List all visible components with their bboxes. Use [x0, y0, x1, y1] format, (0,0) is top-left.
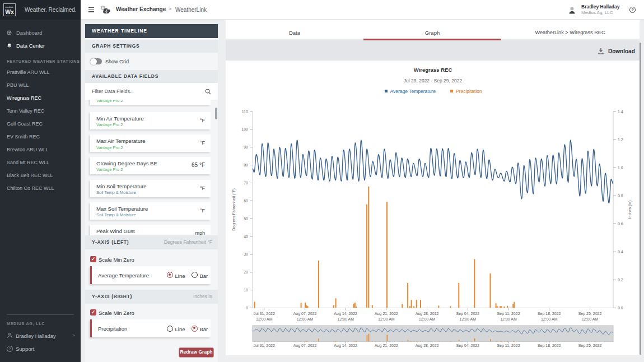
svg-text:Aug 07, 2022: Aug 07, 2022 — [293, 312, 317, 316]
svg-text:0.4: 0.4 — [618, 250, 623, 254]
svg-text:1.2: 1.2 — [618, 138, 623, 142]
svg-text:0.2: 0.2 — [618, 278, 623, 282]
svg-text:Sep 11, 2022: Sep 11, 2022 — [497, 312, 520, 316]
svg-text:Sep 18, 2022: Sep 18, 2022 — [538, 312, 561, 316]
svg-text:60: 60 — [244, 199, 248, 203]
svg-text:Aug 07, 2022: Aug 07, 2022 — [293, 344, 317, 348]
svg-text:0.6: 0.6 — [618, 222, 623, 226]
svg-text:12:00 AM: 12:00 AM — [419, 317, 436, 321]
svg-text:Inches (in): Inches (in) — [628, 201, 632, 219]
svg-text:Aug 14, 2022: Aug 14, 2022 — [334, 344, 357, 348]
svg-text:Sep 25, 2022: Sep 25, 2022 — [578, 344, 602, 348]
svg-text:12:00 AM: 12:00 AM — [337, 317, 354, 321]
svg-text:1.4: 1.4 — [618, 110, 623, 114]
svg-text:Sep 25, 2022: Sep 25, 2022 — [578, 312, 602, 316]
svg-text:Aug 21, 2022: Aug 21, 2022 — [375, 344, 398, 348]
svg-text:Sep 04, 2022: Sep 04, 2022 — [456, 344, 479, 348]
svg-text:0.0: 0.0 — [618, 306, 623, 310]
svg-text:Aug 28, 2022: Aug 28, 2022 — [416, 312, 439, 316]
svg-text:0: 0 — [246, 306, 248, 310]
svg-text:Aug 21, 2022: Aug 21, 2022 — [375, 312, 398, 316]
svg-text:12:00 AM: 12:00 AM — [582, 317, 599, 321]
svg-text:Wiregrass REC: Wiregrass REC — [414, 67, 452, 73]
svg-text:12:00 AM: 12:00 AM — [378, 317, 395, 321]
svg-text:Jul 29, 2022 - Sep 29, 2022: Jul 29, 2022 - Sep 29, 2022 — [404, 78, 463, 83]
svg-text:70: 70 — [244, 181, 248, 185]
svg-text:Degrees Fahrenheit (°F): Degrees Fahrenheit (°F) — [232, 188, 236, 231]
svg-text:12:00 AM: 12:00 AM — [500, 317, 517, 321]
svg-text:30: 30 — [244, 252, 248, 256]
svg-text:Sep 04, 2022: Sep 04, 2022 — [456, 312, 479, 316]
svg-text:Aug 28, 2022: Aug 28, 2022 — [416, 344, 439, 348]
svg-text:80: 80 — [244, 163, 248, 167]
svg-text:Aug 14, 2022: Aug 14, 2022 — [334, 312, 357, 316]
svg-text:Average Temperature: Average Temperature — [390, 89, 436, 94]
svg-text:Jul 31, 2022: Jul 31, 2022 — [254, 312, 275, 315]
svg-text:12:00 AM: 12:00 AM — [297, 317, 314, 321]
svg-text:Precipitation: Precipitation — [456, 89, 482, 94]
svg-text:110: 110 — [242, 110, 248, 114]
svg-text:Sep 18, 2022: Sep 18, 2022 — [538, 344, 561, 348]
svg-text:12:00 AM: 12:00 AM — [541, 317, 558, 321]
svg-text:0.8: 0.8 — [618, 194, 623, 198]
svg-text:12:00 AM: 12:00 AM — [256, 317, 273, 321]
svg-text:12:00 AM: 12:00 AM — [460, 317, 477, 321]
svg-text:1.0: 1.0 — [618, 166, 623, 170]
svg-text:Sep 11, 2022: Sep 11, 2022 — [497, 344, 520, 348]
svg-text:90: 90 — [244, 145, 248, 149]
svg-text:20: 20 — [244, 270, 248, 274]
svg-text:10: 10 — [244, 288, 248, 292]
svg-text:100: 100 — [241, 127, 248, 131]
svg-text:Jul 31, 2022: Jul 31, 2022 — [254, 344, 275, 347]
svg-text:40: 40 — [244, 235, 248, 239]
svg-text:50: 50 — [244, 217, 248, 221]
